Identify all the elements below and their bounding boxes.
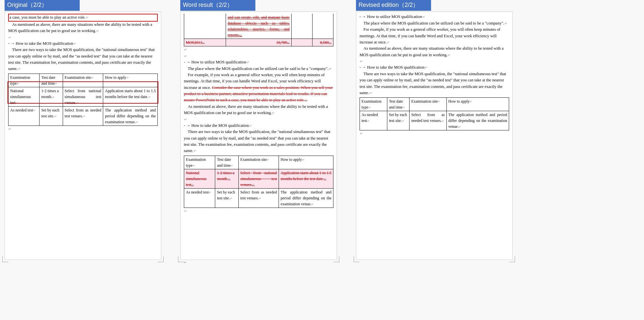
th-date-time: Test date and time <box>215 156 238 169</box>
blank-line <box>184 260 350 265</box>
cell: Application starts about 1 to 1.5 months… <box>279 169 333 188</box>
cell: National simultaneous test <box>184 169 215 188</box>
cell-desc: and can create, edit, and manage basic d… <box>226 14 291 39</box>
cell <box>184 14 226 39</box>
crop-mark-icon <box>333 256 339 262</box>
th-apply: How to apply <box>446 98 509 111</box>
crop-mark-icon <box>2 256 8 262</box>
body-text: The place where the MOS qualification ca… <box>360 20 509 26</box>
table-row-national: National simultaneous test 1-2 times a m… <box>8 87 158 106</box>
tab-original: Original（2/2） <box>5 0 80 11</box>
heading-utilize: - → How to utilize MOS qualification <box>184 59 333 65</box>
cell: The application method and period differ… <box>279 188 333 208</box>
word-result-exam-table: Examination type Test date and time Exam… <box>184 156 333 208</box>
body-text: The place where the MOS qualification ca… <box>184 66 333 72</box>
blank-line <box>8 126 158 132</box>
cell: The application method and period differ… <box>103 106 158 126</box>
th-apply: How to apply <box>103 74 158 87</box>
cell: Select from national simultaneous test v… <box>238 169 279 188</box>
cell: Set by each test site. <box>40 106 63 126</box>
th-exam-type: Examination type <box>360 98 387 111</box>
th-site: Examination site <box>410 98 446 111</box>
column-revised: Revised edition（2/2） - → How to utilize … <box>356 0 526 265</box>
cell <box>292 14 313 39</box>
table-header-row: Examination type Test date and time Exam… <box>184 156 333 169</box>
cell: The application method and period differ… <box>446 111 509 130</box>
blank-line <box>184 53 333 59</box>
cell: MOS2013 <box>184 39 226 46</box>
body-text: As mentioned as above, there are many si… <box>360 45 509 58</box>
th-site: Examination site <box>238 156 279 169</box>
original-highlight-line: a case, you must be able to play an acti… <box>8 14 158 21</box>
body-text: For example, if you work as a general of… <box>184 72 333 104</box>
cell: As needed test <box>360 111 387 130</box>
cell: Select from national simultaneous test v… <box>63 87 103 106</box>
blank-line <box>360 58 509 64</box>
table-row-needed: As needed test Set by each test site. Se… <box>8 106 158 126</box>
table-row-needed: As needed test Set by each test site. Se… <box>360 111 509 130</box>
blank-line <box>360 130 509 137</box>
blank-line <box>184 46 333 53</box>
deleted-text: and can create, edit, and manage basic d… <box>228 15 290 37</box>
body-text: There are two ways to take the MOS quali… <box>360 71 509 96</box>
th-date-time: Test date and time <box>40 74 63 87</box>
cell: As needed test <box>8 106 40 126</box>
tab-word-result: Word result（2/2） <box>180 0 255 11</box>
column-word-result: Word result（2/2） and can create, edit, a… <box>180 0 350 265</box>
cell: Select from as needed test venues. <box>63 106 103 126</box>
cell: 1-2 times a month. <box>215 169 238 188</box>
crop-mark-icon <box>178 256 184 262</box>
column-original: Original（2/2） a case, you must be able t… <box>5 0 174 265</box>
revised-exam-table: Examination type Test date and time Exam… <box>360 97 509 130</box>
deleted-text: Select from national simultaneous test v… <box>240 171 277 187</box>
table-row: and can create, edit, and manage basic d… <box>184 14 333 39</box>
deleted-text: National simultaneous test <box>186 171 206 187</box>
deleted-text: 8,580 <box>320 40 331 45</box>
cell: Select from as needed test venues. <box>410 111 446 130</box>
word-result-top-table: and can create, edit, and manage basic d… <box>184 14 333 46</box>
cell: 10,780 <box>226 39 291 46</box>
table-row-needed: As needed test Set by each test site. Se… <box>184 188 333 208</box>
cell <box>292 39 313 46</box>
original-exam-table: Examination type Test date and time Exam… <box>8 74 158 126</box>
deleted-text: MOS2013 <box>186 40 205 45</box>
body-text: As mentioned as above, there are many si… <box>8 22 158 34</box>
cell: National simultaneous test <box>8 87 40 106</box>
heading-take: - → How to take the MOS qualification <box>8 41 158 47</box>
deleted-text: 10,780 <box>276 40 290 45</box>
deleted-text: Application starts about 1 to 1.5 months… <box>281 171 331 181</box>
th-apply: How to apply <box>279 156 333 169</box>
th-site: Examination site <box>63 74 103 87</box>
cell: Select from as needed test venues. <box>238 188 279 208</box>
cell: Set by each test site. <box>387 111 409 130</box>
table-wrapper: Examination type Test date and time Exam… <box>8 74 158 126</box>
table-row-deleted: MOS2013 10,780 8,580 <box>184 39 333 46</box>
body-text: There are two ways to take the MOS quali… <box>8 47 158 72</box>
heading-utilize: - → How to utilize MOS qualification <box>360 14 509 20</box>
three-column-layout: Original（2/2） a case, you must be able t… <box>0 0 644 265</box>
cell: As needed test <box>184 188 215 208</box>
heading-take: - → How to take the MOS qualification <box>360 64 509 71</box>
cell <box>313 14 333 39</box>
tab-revised: Revised edition（2/2） <box>356 0 431 11</box>
table-header-row: Examination type Test date and time Exam… <box>360 98 509 111</box>
th-exam-type: Examination type <box>184 156 215 169</box>
th-exam-type: Examination type <box>8 74 40 87</box>
table-header-row: Examination type Test date and time Exam… <box>8 74 158 87</box>
cell: Application starts about 1 to 1.5 months… <box>103 87 158 106</box>
cell: 8,580 <box>313 39 333 46</box>
blank-line <box>8 34 158 41</box>
body-text: There are two ways to take the MOS quali… <box>184 129 333 154</box>
page-original: a case, you must be able to play an acti… <box>5 11 161 260</box>
body-text: As mentioned as above, there are many si… <box>184 104 333 116</box>
page-revised: - → How to utilize MOS qualification The… <box>356 11 513 260</box>
blank-line <box>184 116 333 123</box>
crop-mark-icon <box>354 256 360 262</box>
body-text: For example, if you work as a general of… <box>360 26 509 45</box>
crop-mark-icon <box>158 256 164 262</box>
crop-mark-icon <box>509 256 515 262</box>
th-date-time: Test date and time <box>387 98 409 111</box>
page-word-result: and can create, edit, and manage basic d… <box>180 11 337 260</box>
blank-line <box>184 208 333 214</box>
cell: Set by each test site. <box>215 188 238 208</box>
